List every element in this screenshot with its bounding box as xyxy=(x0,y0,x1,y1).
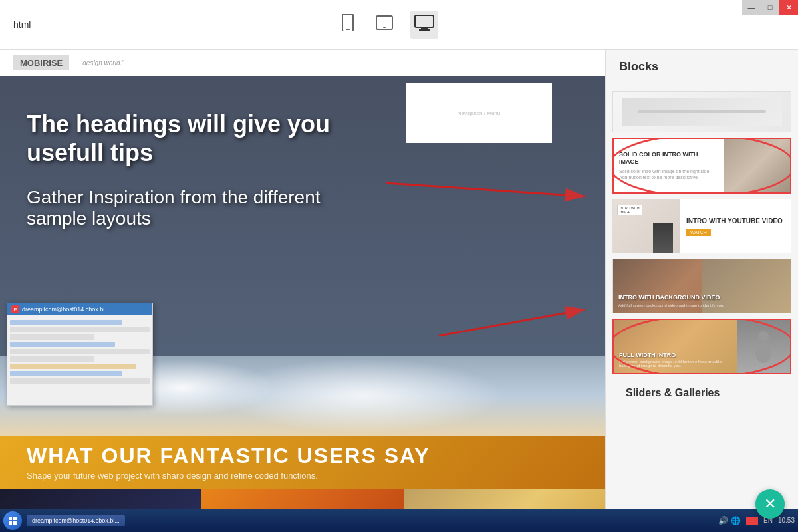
mobile-view-button[interactable] xyxy=(337,10,358,39)
block-solid-right-img xyxy=(724,139,790,192)
block-youtube-right: INTRO WITH YOUTUBE VIDEO WATCH xyxy=(680,200,791,253)
block-bgvideo-title: INTRO WITH BACKGROUND VIDEO xyxy=(618,294,724,302)
block-solid-title: SOLID COLOR INTRO WITH IMAGE xyxy=(619,151,718,166)
svg-rect-1 xyxy=(346,29,350,30)
chat-row-2 xyxy=(10,327,150,332)
taskbar-time: 10:53 xyxy=(778,517,795,524)
block-fullwidth-intro[interactable]: FULL WIDTH INTRO Full screen background … xyxy=(612,319,791,374)
taskbar-right: 🔊 🌐 EN 10:53 xyxy=(718,516,795,525)
minimize-button[interactable]: — xyxy=(742,0,761,15)
block-solid-intro-content: SOLID COLOR INTRO WITH IMAGE Solid color… xyxy=(614,139,790,192)
desktop-view-button[interactable] xyxy=(410,11,438,39)
preview-images xyxy=(0,489,605,509)
svg-point-11 xyxy=(755,343,771,363)
block-fullwidth-right xyxy=(737,320,790,373)
block-solid-desc: Solid color intro with image on the righ… xyxy=(619,168,718,180)
block-bgvideo-intro[interactable]: INTRO WITH BACKGROUND VIDEO Add full scr… xyxy=(612,259,791,313)
block-fullwidth-desc: Full screen background image. Add button… xyxy=(619,360,732,368)
preview-img-sunset xyxy=(201,489,403,509)
block-youtube-intro-content: INTRO WITHIMAGE INTRO WITH YOUTUBE VIDEO… xyxy=(613,200,791,253)
block-top-inner xyxy=(622,98,781,126)
block-yt-btn[interactable]: WATCH xyxy=(686,229,711,236)
block-fullwidth-title: FULL WIDTH INTRO xyxy=(619,352,732,358)
chat-body xyxy=(7,315,152,405)
testimonials-heading: WHAT OUR FANTASTIC USERS SAY xyxy=(27,444,430,468)
chat-row-9 xyxy=(10,378,150,384)
blocks-list: SOLID COLOR INTRO WITH IMAGE Solid color… xyxy=(606,84,798,509)
svg-rect-3 xyxy=(383,27,386,28)
sidebar-title: Blocks xyxy=(606,50,798,84)
taskbar-flag xyxy=(746,517,758,525)
svg-point-10 xyxy=(758,331,769,342)
testimonials-sub: Shape your future web project with sharp… xyxy=(27,471,430,481)
chat-row-7 xyxy=(10,364,136,369)
block-solid-left: SOLID COLOR INTRO WITH IMAGE Solid color… xyxy=(614,139,724,192)
preview-img-dark xyxy=(0,489,201,509)
svg-rect-14 xyxy=(9,521,12,525)
chat-title-bar: F dreampifcom@host014.cbox.bi... xyxy=(7,303,152,315)
hero-text-1: The headings will give you usefull tips xyxy=(27,110,359,167)
block-solid-intro[interactable]: SOLID COLOR INTRO WITH IMAGE Solid color… xyxy=(612,138,791,194)
block-item-top[interactable] xyxy=(612,91,791,132)
maximize-button[interactable]: □ xyxy=(761,0,779,15)
start-button[interactable] xyxy=(3,511,22,530)
taskbar-chat-btn[interactable]: dreampifcom@host014.cbox.bi... xyxy=(27,515,125,526)
block-youtube-title: INTRO WITH YOUTUBE VIDEO xyxy=(686,217,784,225)
tablet-view-button[interactable] xyxy=(372,11,397,38)
block-youtube-left: INTRO WITHIMAGE xyxy=(613,200,680,253)
preview-white-box: Navigation / Menu xyxy=(406,83,552,143)
top-bar: html xyxy=(0,0,798,50)
yt-mini-label: INTRO WITHIMAGE xyxy=(617,205,642,215)
chat-title-icon: F xyxy=(11,305,19,313)
svg-rect-5 xyxy=(421,28,428,29)
block-top-bar xyxy=(638,110,765,113)
block-fullwidth-intro-content: FULL WIDTH INTRO Full screen background … xyxy=(614,320,790,373)
block-youtube-intro[interactable]: INTRO WITHIMAGE INTRO WITH YOUTUBE VIDEO… xyxy=(612,199,791,253)
preview-logo: MOBIRISE xyxy=(13,55,69,70)
preview-content: MOBIRISE design world." Navigation / Men… xyxy=(0,50,605,509)
block-item-top-preview xyxy=(613,92,791,132)
block-fw-person xyxy=(737,320,790,373)
close-button[interactable]: ✕ xyxy=(779,0,798,15)
block-solid-right xyxy=(724,139,790,192)
preview-testimonials: WHAT OUR FANTASTIC USERS SAY Shape your … xyxy=(0,436,605,489)
svg-rect-6 xyxy=(419,29,430,31)
chat-title-text: dreampifcom@host014.cbox.bi... xyxy=(22,306,110,313)
filename-label: html xyxy=(13,19,31,30)
block-bgvideo-desc: Add full screen background video and ima… xyxy=(618,303,724,307)
chat-row-4 xyxy=(10,342,115,347)
block-youtube-preview: INTRO WITHIMAGE xyxy=(613,200,680,253)
svg-rect-13 xyxy=(13,517,17,520)
preview-header: MOBIRISE design world." xyxy=(0,50,605,76)
hero-text-2: Gather Inspiration from the different sa… xyxy=(27,187,359,229)
yt-mini-person xyxy=(653,223,673,253)
chat-window[interactable]: F dreampifcom@host014.cbox.bi... xyxy=(7,303,153,406)
sliders-galleries-label: Sliders & Galleries xyxy=(612,380,791,402)
chat-row-1 xyxy=(10,320,122,325)
canvas-area: MOBIRISE design world." Navigation / Men… xyxy=(0,50,605,509)
svg-rect-12 xyxy=(9,517,12,520)
chat-row-5 xyxy=(10,349,150,354)
quote-text: design world." xyxy=(82,59,124,66)
device-switcher xyxy=(337,10,438,39)
chat-row-8 xyxy=(10,371,122,376)
svg-rect-15 xyxy=(13,521,17,525)
block-fullwidth-left: FULL WIDTH INTRO Full screen background … xyxy=(614,320,737,373)
taskbar: dreampifcom@host014.cbox.bi... 🔊 🌐 EN 10… xyxy=(0,509,798,532)
block-bgvideo-preview: INTRO WITH BACKGROUND VIDEO Add full scr… xyxy=(613,259,791,313)
preview-img-desert xyxy=(404,489,605,509)
svg-rect-4 xyxy=(415,15,434,27)
taskbar-icons: 🔊 🌐 xyxy=(718,516,741,525)
chat-row-3 xyxy=(10,334,94,340)
sidebar: Blocks SOLID COLOR INT xyxy=(605,50,798,509)
chat-row-6 xyxy=(10,356,94,362)
